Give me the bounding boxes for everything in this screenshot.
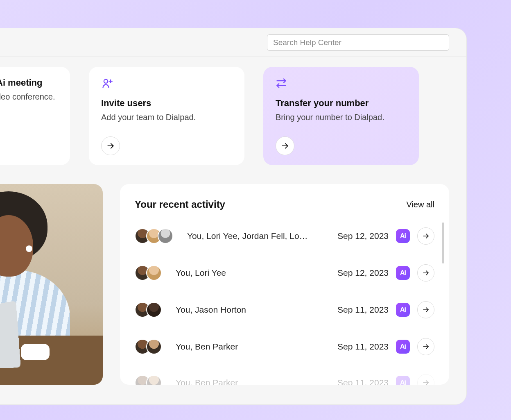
activity-row[interactable]: You, Lori Yee, Jordan Fell, Lo… Sep 12, … [135, 218, 434, 254]
ai-badge-icon: Ai [396, 266, 410, 280]
lower-section: Your recent activity View all You, Lori … [0, 165, 466, 385]
card-go-button[interactable] [101, 136, 120, 155]
transfer-arrows-icon [276, 77, 407, 91]
date-label: Sep 12, 2023 [327, 231, 389, 241]
date-label: Sep 11, 2023 [327, 342, 389, 352]
date-label: Sep 11, 2023 [327, 305, 389, 315]
open-row-button[interactable] [417, 338, 434, 355]
activity-row[interactable]: You, Jason Horton Sep 11, 2023 Ai [135, 291, 434, 328]
card-title: Invite users [101, 98, 232, 109]
avatar [146, 302, 162, 318]
section-heading: Your recent activity [135, 199, 225, 210]
avatar [146, 265, 162, 281]
ai-badge-icon: Ai [396, 229, 410, 243]
date-label: Sep 12, 2023 [327, 268, 389, 278]
activity-row[interactable]: You, Ben Parker Sep 11, 2023 Ai [135, 328, 434, 365]
card-transfer-number[interactable]: Transfer your number Bring your number t… [263, 67, 419, 165]
avatar-stack [135, 339, 162, 354]
participants-label: You, Ben Parker [169, 378, 320, 385]
app-window: Ai meeting deo conference. Invite users … [0, 28, 467, 405]
card-title: Transfer your number [276, 98, 407, 109]
card-subtitle: Add your team to Dialpad. [101, 112, 232, 123]
participants-label: You, Lori Yee, Jordan Fell, Lo… [181, 231, 320, 241]
view-all-link[interactable]: View all [406, 200, 434, 209]
avatar [146, 339, 162, 354]
participants-label: You, Ben Parker [169, 342, 320, 352]
scrollbar[interactable] [442, 222, 444, 263]
date-label: Sep 11, 2023 [327, 378, 389, 385]
avatar [146, 375, 162, 385]
avatar-stack [135, 228, 173, 244]
ai-badge-icon: Ai [396, 376, 410, 385]
open-row-button[interactable] [417, 374, 434, 385]
open-row-button[interactable] [417, 264, 434, 282]
activity-row[interactable]: You, Ben Parker Sep 11, 2023 Ai [135, 364, 434, 385]
user-plus-icon [101, 77, 232, 91]
avatar [158, 228, 173, 244]
ai-badge-icon: Ai [396, 340, 410, 354]
ai-badge-icon: Ai [396, 303, 410, 317]
card-invite-users[interactable]: Invite users Add your team to Dialpad. [89, 67, 244, 165]
action-cards-row: Ai meeting deo conference. Invite users … [0, 57, 466, 165]
card-ai-meeting[interactable]: Ai meeting deo conference. [0, 67, 70, 165]
search-input[interactable] [267, 34, 449, 51]
promo-image [0, 184, 103, 385]
card-title: Ai meeting [0, 77, 58, 88]
svg-point-0 [104, 79, 108, 83]
open-row-button[interactable] [417, 301, 434, 318]
avatar-stack [135, 265, 162, 281]
header-bar [0, 28, 466, 57]
avatar-stack [135, 375, 162, 385]
participants-label: You, Jason Horton [169, 305, 320, 315]
participants-label: You, Lori Yee [169, 268, 320, 278]
avatar-stack [135, 302, 162, 318]
recent-activity-card: Your recent activity View all You, Lori … [120, 184, 449, 385]
card-go-button[interactable] [276, 136, 294, 155]
open-row-button[interactable] [417, 227, 434, 245]
activity-row[interactable]: You, Lori Yee Sep 12, 2023 Ai [135, 254, 434, 291]
card-subtitle: deo conference. [0, 91, 58, 102]
card-subtitle: Bring your number to Dialpad. [276, 112, 407, 123]
